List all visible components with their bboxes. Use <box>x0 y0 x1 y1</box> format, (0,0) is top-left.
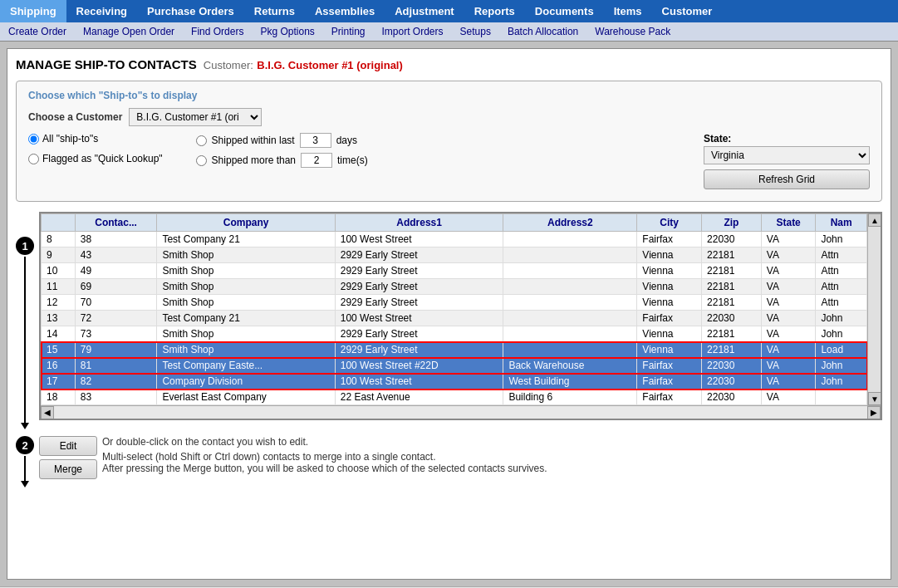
table-cell: 22181 <box>702 279 762 295</box>
table-cell: 8 <box>42 232 76 247</box>
table-cell: 22181 <box>702 247 762 263</box>
shipped-group: Shipped within last days Shipped more th… <box>196 133 368 168</box>
grid-container: Contac... Company Address1 Address2 City… <box>41 213 881 405</box>
table-cell: 79 <box>75 342 157 358</box>
scroll-left-button[interactable]: ◀ <box>41 406 54 419</box>
customer-value: B.I.G. Customer #1 (original) <box>257 59 403 71</box>
radio-flagged-label: Flagged as "Quick Lookup" <box>42 153 163 164</box>
table-cell: 100 West Street <box>335 232 503 247</box>
table-row[interactable]: 1473Smith Shop2929 Early StreetVienna221… <box>42 326 867 342</box>
annotation-2-line <box>24 456 26 481</box>
nav-customer[interactable]: Customer <box>652 0 723 22</box>
nav-returns[interactable]: Returns <box>244 0 305 22</box>
edit-button[interactable]: Edit <box>39 436 97 456</box>
main-container: Manage Ship-To Contacts Customer: B.I.G.… <box>7 48 891 580</box>
table-cell: Smith Shop <box>157 326 335 342</box>
scroll-down-button[interactable]: ▼ <box>868 392 881 405</box>
sub-nav: Create Order Manage Open Order Find Orde… <box>0 22 898 42</box>
nav-documents[interactable]: Documents <box>525 0 604 22</box>
merge-button[interactable]: Merge <box>39 459 97 479</box>
table-body: 838Test Company 21100 West StreetFairfax… <box>42 232 867 405</box>
table-cell: Smith Shop <box>157 279 335 295</box>
subnav-import-orders[interactable]: Import Orders <box>374 22 452 41</box>
nav-reports[interactable]: Reports <box>464 0 525 22</box>
col-company: Company <box>157 214 335 232</box>
radio-shipped-more[interactable] <box>196 155 207 166</box>
scroll-track <box>868 227 881 392</box>
radio-flagged-input[interactable] <box>28 154 39 164</box>
horizontal-scrollbar[interactable]: ◀ ▶ <box>41 405 881 419</box>
shipped-more-times-input[interactable] <box>301 153 332 168</box>
table-cell: Attn <box>816 247 867 263</box>
subnav-warehouse-pack[interactable]: Warehouse Pack <box>586 22 679 41</box>
table-cell: 83 <box>75 390 157 405</box>
table-row[interactable]: 1579Smith Shop2929 Early StreetVienna221… <box>42 342 867 358</box>
scroll-up-button[interactable]: ▲ <box>868 213 881 227</box>
table-row[interactable]: 1372Test Company 21100 West StreetFairfa… <box>42 311 867 326</box>
table-cell: 10 <box>42 263 76 279</box>
subnav-pkg-options[interactable]: Pkg Options <box>252 22 322 41</box>
shipped-more-unit: time(s) <box>337 154 368 166</box>
table-cell: 22030 <box>702 232 762 247</box>
customer-select[interactable]: B.I.G. Customer #1 (ori <box>129 108 262 126</box>
table-row[interactable]: 1782Company Division100 West StreetWest … <box>42 374 867 390</box>
table-cell: John <box>816 232 867 247</box>
table-cell <box>503 232 637 247</box>
subnav-manage-open-order[interactable]: Manage Open Order <box>75 22 183 41</box>
merge-help-line1: Multi-select (hold Shift or Ctrl down) c… <box>102 451 547 463</box>
table-cell: Smith Shop <box>157 247 335 263</box>
shipped-within-days-input[interactable] <box>300 133 331 148</box>
table-cell <box>503 247 637 263</box>
table-cell: 70 <box>75 295 157 311</box>
table-cell: VA <box>761 390 816 405</box>
shipped-within-days-unit: days <box>336 135 357 146</box>
nav-shipping[interactable]: Shipping <box>0 0 66 22</box>
table-cell: Smith Shop <box>157 342 335 358</box>
annotation-1-arrow <box>21 423 29 429</box>
table-row[interactable]: 1049Smith Shop2929 Early StreetVienna221… <box>42 263 867 279</box>
nav-items[interactable]: Items <box>604 0 652 22</box>
table-cell: VA <box>761 295 816 311</box>
table-cell: 11 <box>42 279 76 295</box>
subnav-setups[interactable]: Setups <box>452 22 499 41</box>
table-cell: 43 <box>75 247 157 263</box>
table-cell: 100 West Street <box>335 374 503 390</box>
table-cell: VA <box>761 232 816 247</box>
subnav-batch-allocation[interactable]: Batch Allocation <box>499 22 586 41</box>
table-cell: John <box>816 374 867 390</box>
subnav-find-orders[interactable]: Find Orders <box>183 22 252 41</box>
subnav-printing[interactable]: Printing <box>323 22 374 41</box>
subnav-create-order[interactable]: Create Order <box>0 22 75 41</box>
grid-inner[interactable]: Contac... Company Address1 Address2 City… <box>41 213 867 405</box>
table-row[interactable]: 838Test Company 21100 West StreetFairfax… <box>42 232 867 247</box>
table-cell: Building 6 <box>503 390 637 405</box>
nav-assemblies[interactable]: Assemblies <box>305 0 385 22</box>
vertical-scrollbar[interactable]: ▲ ▼ <box>867 213 881 405</box>
radio-all-input[interactable] <box>28 134 39 145</box>
contacts-table: Contac... Company Address1 Address2 City… <box>41 213 867 405</box>
table-row[interactable]: 1270Smith Shop2929 Early StreetVienna221… <box>42 295 867 311</box>
table-row[interactable]: 1883Everlast East Company22 East AvenueB… <box>42 390 867 405</box>
scroll-right-button[interactable]: ▶ <box>867 406 881 419</box>
table-cell: Test Company 21 <box>157 311 335 326</box>
annotation-2-circle: 2 <box>16 436 34 454</box>
nav-receiving[interactable]: Receiving <box>66 0 137 22</box>
annotation-2-area: 2 <box>16 436 34 488</box>
table-cell: 16 <box>42 358 76 374</box>
refresh-grid-button[interactable]: Refresh Grid <box>704 169 870 189</box>
table-row[interactable]: 943Smith Shop2929 Early StreetVienna2218… <box>42 247 867 263</box>
table-row[interactable]: 1681Test Company Easte...100 West Street… <box>42 358 867 374</box>
annotation-1-area: 1 <box>16 212 34 429</box>
table-cell: 73 <box>75 326 157 342</box>
radio-shipped-within[interactable] <box>196 135 207 146</box>
table-cell <box>503 295 637 311</box>
table-cell: VA <box>761 279 816 295</box>
radio-flagged[interactable]: Flagged as "Quick Lookup" <box>28 153 163 164</box>
radio-all-shiptos[interactable]: All "ship-to"s <box>28 133 163 145</box>
nav-purchase-orders[interactable]: Purchase Orders <box>137 0 244 22</box>
table-cell: 81 <box>75 358 157 374</box>
state-select[interactable]: Virginia <box>704 146 870 164</box>
table-row[interactable]: 1169Smith Shop2929 Early StreetVienna221… <box>42 279 867 295</box>
nav-adjustment[interactable]: Adjustment <box>385 0 464 22</box>
table-cell: 72 <box>75 311 157 326</box>
